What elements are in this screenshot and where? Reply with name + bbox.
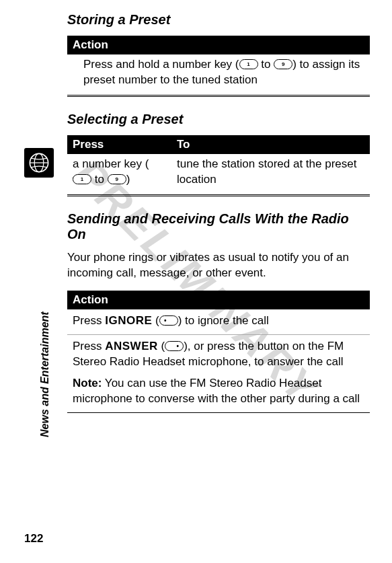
section-title-storing: Storing a Preset — [67, 12, 370, 28]
text-fragment: to — [258, 58, 274, 71]
text-fragment: Press — [73, 314, 105, 327]
key-9-icon: 9 — [108, 174, 126, 184]
sidebar-category-label: News and Entertainment — [39, 303, 51, 437]
text-fragment: to — [91, 173, 108, 186]
action-header: Action — [67, 291, 370, 309]
text-fragment: Press and hold a number key ( — [83, 58, 239, 71]
left-softkey-icon — [159, 315, 178, 326]
answer-row: Press ANSWER (), or press the button on … — [67, 334, 370, 413]
answer-label: ANSWER — [105, 340, 158, 352]
radio-calls-intro: Your phone rings or vibrates as usual to… — [67, 250, 370, 281]
note-label: Note: — [73, 377, 102, 389]
text-fragment: Press — [73, 340, 105, 352]
to-cell: tune the station stored at the preset lo… — [171, 154, 370, 195]
text-fragment: ( — [152, 314, 159, 327]
ignore-label: IGNORE — [105, 314, 152, 327]
key-9-icon: 9 — [274, 59, 292, 69]
text-fragment: a number key ( — [73, 157, 149, 170]
section-title-selecting: Selecting a Preset — [67, 112, 370, 127]
action-header: Action — [67, 36, 370, 54]
storing-action-text: Press and hold a number key (1 to 9) to … — [67, 54, 370, 96]
text-fragment: ( — [158, 340, 165, 352]
selecting-press-table: Press To a number key (1 to 9) tune the … — [67, 135, 370, 196]
ignore-row: Press IGNORE () to ignore the call — [67, 309, 370, 334]
text-fragment: ) — [126, 173, 130, 186]
section-title-radio-calls: Sending and Receiving Calls With the Rad… — [67, 211, 370, 242]
page-number: 122 — [24, 532, 43, 546]
key-1-icon: 1 — [239, 59, 258, 69]
press-cell: a number key (1 to 9) — [67, 154, 171, 195]
to-header: To — [171, 135, 370, 154]
right-softkey-icon — [165, 341, 184, 351]
storing-action-table: Action Press and hold a number key (1 to… — [67, 36, 370, 97]
press-header: Press — [67, 135, 171, 154]
note-text: You can use the FM Stereo Radio Headset … — [73, 377, 360, 405]
text-fragment: ) to ignore the call — [178, 314, 269, 327]
key-1-icon: 1 — [73, 174, 91, 184]
radio-calls-action-table: Action Press IGNORE () to ignore the cal… — [67, 291, 370, 414]
sidebar: News and Entertainment — [24, 148, 58, 525]
globe-icon — [24, 148, 54, 178]
main-content: Storing a Preset Action Press and hold a… — [67, 12, 370, 426]
